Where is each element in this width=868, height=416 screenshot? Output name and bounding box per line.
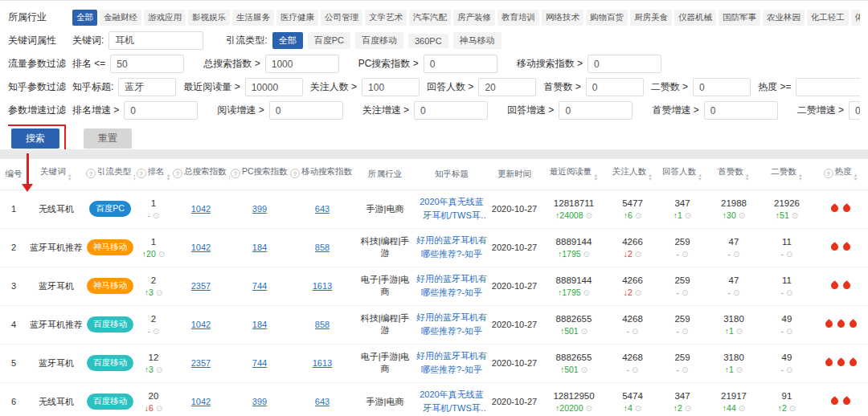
pc-index-link[interactable]: 744 — [252, 281, 267, 291]
column-header-11[interactable]: 关注人数▲▼ — [608, 159, 657, 190]
growth-filter-group-5: 二赞增速 > — [797, 101, 860, 120]
growth-filter-input-1[interactable] — [269, 101, 343, 120]
column-header-5[interactable]: ?PC搜索指数▲▼ — [230, 159, 289, 190]
industry-tag-18[interactable]: 体育运动 — [851, 10, 860, 26]
industry-tag-12[interactable]: 购物百货 — [586, 10, 628, 26]
zhihu-filter-input-1[interactable] — [245, 78, 303, 96]
industry-tag-16[interactable]: 农业林园 — [763, 10, 805, 26]
sort-icon[interactable]: ▲▼ — [854, 173, 858, 181]
column-header-6[interactable]: ?移动搜索指数▲▼ — [289, 159, 355, 190]
industry-tag-2[interactable]: 游戏应用 — [144, 10, 186, 26]
clock-icon: ⊙ — [158, 250, 165, 259]
industry-tag-11[interactable]: 网络技术 — [542, 10, 583, 26]
mobile-index-link[interactable]: 858 — [315, 243, 330, 252]
second-likes-cell-delta: ↑51⊙ — [762, 210, 812, 220]
delta-value: - — [148, 326, 151, 336]
sort-icon[interactable]: ▲▼ — [133, 173, 135, 181]
column-header-2[interactable]: ?引流类型▲▼ — [85, 159, 135, 190]
sort-icon[interactable]: ▲▼ — [593, 173, 598, 181]
zhihu-title-link[interactable]: 好用的蓝牙耳机有哪些推荐?-知乎 — [416, 349, 487, 377]
column-header-12[interactable]: 回答人数▲▼ — [657, 159, 707, 190]
zhihu-title-link[interactable]: 好用的蓝牙耳机有哪些推荐?-知乎 — [416, 234, 487, 261]
zhihu-title-link[interactable]: 好用的蓝牙耳机有哪些推荐?-知乎 — [416, 272, 487, 300]
growth-filter-input-0[interactable] — [124, 101, 198, 120]
column-header-14[interactable]: 二赞数▲▼ — [760, 159, 813, 190]
total-index-link[interactable]: 1042 — [191, 204, 211, 214]
zhihu-filter-input-3[interactable] — [478, 78, 536, 96]
industry-tag-17[interactable]: 化工轻工 — [807, 10, 849, 26]
industry-tag-3[interactable]: 影视娱乐 — [188, 10, 230, 26]
mobile-index-link[interactable]: 1613 — [313, 358, 332, 368]
traffic-type-tag-1[interactable]: 百度PC — [308, 32, 350, 49]
mobile-index-link[interactable]: 858 — [315, 320, 330, 329]
column-header-4[interactable]: ?总搜索指数▲▼ — [172, 159, 230, 190]
industry-tag-5[interactable]: 医疗健康 — [276, 10, 318, 26]
traffic-filter-input-3[interactable] — [588, 55, 661, 73]
follows-cell-value: 5477 — [609, 198, 656, 208]
growth-filter-input-5[interactable] — [849, 101, 860, 120]
first-likes-cell: 21988↑30⊙ — [707, 190, 760, 228]
traffic-filter-input-0[interactable] — [110, 55, 184, 73]
sort-icon[interactable]: ▲▼ — [745, 173, 750, 181]
sort-icon[interactable]: ▲▼ — [648, 173, 653, 181]
mobile-index-link-cell: 858 — [289, 228, 355, 267]
mobile-index-link[interactable]: 643 — [315, 397, 330, 406]
industry-tag-13[interactable]: 厨房美食 — [630, 10, 672, 26]
industry-tag-1[interactable]: 金融财经 — [100, 10, 141, 26]
industry-tag-0[interactable]: 全部 — [72, 10, 97, 26]
total-index-link[interactable]: 2357 — [191, 281, 211, 291]
industry-tag-15[interactable]: 国防军事 — [719, 10, 760, 26]
industry-tag-14[interactable]: 仪器机械 — [674, 10, 716, 26]
zhihu-filter-input-5[interactable] — [693, 78, 751, 96]
keyword-input[interactable] — [108, 31, 203, 50]
mobile-index-link[interactable]: 1613 — [313, 281, 332, 291]
zhihu-filter-input-4[interactable] — [586, 78, 644, 96]
reset-button[interactable]: 重置 — [84, 128, 132, 149]
column-header-10[interactable]: 最近阅读量▲▼ — [540, 159, 608, 190]
mobile-index-link[interactable]: 643 — [315, 204, 330, 214]
pc-index-link[interactable]: 399 — [252, 397, 267, 406]
industry-tag-10[interactable]: 教育培训 — [497, 10, 539, 26]
zhihu-title-link[interactable]: 好用的蓝牙耳机有哪些推荐?-知乎 — [416, 311, 487, 338]
growth-filter-input-4[interactable] — [704, 101, 778, 120]
zhihu-filter-input-2[interactable] — [362, 78, 420, 96]
traffic-type-tag-0[interactable]: 全部 — [272, 32, 303, 49]
sort-icon[interactable]: ▲▼ — [166, 173, 171, 181]
growth-filter-input-2[interactable] — [414, 101, 488, 120]
total-index-link[interactable]: 1042 — [191, 320, 211, 329]
update-time-cell: 2020-10-27 — [489, 305, 540, 344]
pc-index-link[interactable]: 184 — [252, 320, 267, 329]
traffic-filter-input-1[interactable] — [265, 55, 339, 73]
industry-tag-9[interactable]: 房产装修 — [453, 10, 495, 26]
sort-icon[interactable]: ▲▼ — [68, 173, 72, 181]
industry-tag-7[interactable]: 文学艺术 — [365, 10, 407, 26]
sort-icon[interactable]: ▲▼ — [798, 173, 803, 181]
total-index-link[interactable]: 1042 — [191, 397, 211, 406]
heat-select[interactable]: ∨ — [796, 78, 860, 96]
column-header-3[interactable]: ?排名▲▼ — [135, 159, 172, 190]
search-button[interactable]: 搜索 — [11, 128, 59, 149]
pc-index-link[interactable]: 744 — [252, 358, 267, 368]
sort-icon[interactable]: ▲▼ — [228, 173, 231, 181]
growth-filter-input-3[interactable] — [559, 101, 633, 120]
traffic-filter-input-2[interactable] — [424, 55, 497, 73]
industry-tag-4[interactable]: 生活服务 — [232, 10, 274, 26]
zhihu-title-link[interactable]: 2020年真无线蓝牙耳机/TWS耳机... — [416, 195, 487, 222]
traffic-type-tag-3[interactable]: 360PC — [408, 34, 448, 48]
total-index-link[interactable]: 2357 — [191, 358, 211, 368]
pc-index-link[interactable]: 399 — [252, 204, 267, 214]
column-header-1[interactable]: 关键词▲▼ — [27, 159, 85, 190]
traffic-type-tag-4[interactable]: 神马移动 — [453, 32, 502, 49]
pc-index-link[interactable]: 184 — [252, 243, 267, 252]
industry-tag-8[interactable]: 汽车汽配 — [409, 10, 451, 26]
traffic-type-tag-2[interactable]: 百度移动 — [355, 32, 403, 49]
column-header-13[interactable]: 首赞数▲▼ — [707, 159, 760, 190]
sort-icon[interactable]: ▲▼ — [354, 173, 355, 181]
column-header-15[interactable]: ?热度▲▼ — [813, 159, 868, 190]
industry-tag-6[interactable]: 公司管理 — [321, 10, 362, 26]
sort-icon[interactable]: ▲▼ — [698, 173, 702, 181]
heat-cell — [813, 228, 868, 267]
zhihu-filter-input-0[interactable] — [118, 78, 176, 96]
zhihu-title-link[interactable]: 2020年真无线蓝牙耳机/TWS耳机... — [416, 388, 487, 415]
total-index-link[interactable]: 1042 — [191, 243, 211, 252]
